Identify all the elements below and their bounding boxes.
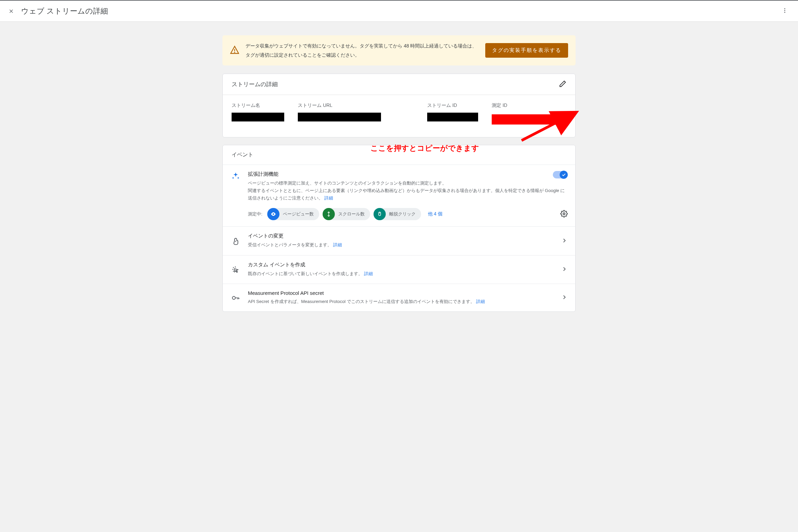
- warning-icon: [230, 45, 239, 56]
- svg-point-1: [784, 10, 785, 11]
- stream-name-label: ストリーム名: [232, 102, 284, 109]
- details-row: ストリーム名 ストリーム URL ストリーム ID 測定 ID: [223, 95, 575, 137]
- measurement-id-col: 測定 ID: [492, 102, 566, 126]
- stream-details-card: ストリームの詳細 ストリーム名 ストリーム URL ストリーム ID 測定 ID: [222, 74, 576, 137]
- custom-events-desc: 既存のイベントに基づいて新しいイベントを作成します。 詳細: [248, 270, 554, 278]
- svg-point-10: [563, 213, 565, 215]
- modify-events-link[interactable]: 詳細: [333, 242, 342, 247]
- custom-events-title: カスタム イベントを作成: [248, 262, 554, 268]
- modify-events-row[interactable]: イベントの変更 受信イベントとパラメータを変更します。 詳細: [223, 227, 575, 255]
- svg-point-0: [784, 8, 785, 9]
- em-desc2: 関連するイベントとともに、ページ上にある要素（リンクや埋め込み動画など）からもデ…: [248, 188, 565, 201]
- stream-name-value-redacted: [232, 113, 284, 121]
- stream-id-col: ストリーム ID: [427, 102, 478, 126]
- enhanced-measurement-toggle[interactable]: [553, 171, 568, 178]
- enhanced-measurement-title: 拡張計測機能: [248, 171, 568, 177]
- chevron-right-icon: [561, 237, 568, 245]
- custom-events-link[interactable]: 詳細: [364, 271, 373, 276]
- page-title: ウェブ ストリームの詳細: [21, 6, 108, 16]
- card-header: ストリームの詳細: [223, 74, 575, 95]
- chip-scroll-label: スクロール数: [338, 211, 365, 217]
- more-icon[interactable]: [780, 5, 790, 17]
- page-header: ウェブ ストリームの詳細: [0, 1, 798, 22]
- chip-outbound-label: 離脱クリック: [389, 211, 416, 217]
- stream-details-title: ストリームの詳細: [232, 80, 278, 88]
- close-icon[interactable]: [8, 8, 14, 14]
- mp-secret-desc-text: API Secret を作成すれば、Measurement Protocol で…: [248, 299, 475, 304]
- mouse-icon: [374, 208, 386, 220]
- chip-outbound: 離脱クリック: [374, 208, 421, 220]
- stream-id-label: ストリーム ID: [427, 102, 478, 109]
- key-icon: [230, 293, 241, 302]
- stream-name-col: ストリーム名: [232, 102, 284, 126]
- eye-icon: [267, 208, 279, 220]
- gear-icon[interactable]: [560, 210, 568, 218]
- svg-rect-5: [559, 119, 562, 121]
- events-header: イベント: [223, 145, 575, 165]
- cursor-click-icon: [230, 265, 241, 274]
- events-card: ここを押すとコピーができます イベント 拡張計測機能 ページビューの標準測定に加…: [222, 145, 576, 312]
- stream-url-label: ストリーム URL: [298, 102, 414, 109]
- modify-events-title: イベントの変更: [248, 233, 554, 239]
- chip-pageview-label: ページビュー数: [283, 211, 314, 217]
- measurement-id-value-redacted: [492, 114, 555, 125]
- mp-secret-title: Measurement Protocol API secret: [248, 290, 554, 296]
- mp-secret-row[interactable]: Measurement Protocol API secret API Secr…: [223, 284, 575, 311]
- stream-url-value-redacted: [298, 113, 381, 121]
- custom-events-row[interactable]: カスタム イベントを作成 既存のイベントに基づいて新しいイベントを作成します。 …: [223, 255, 575, 284]
- em-desc1: ページビューの標準測定に加え、サイトのコンテンツとのインタラクションを自動的に測…: [248, 180, 447, 186]
- chip-scroll: スクロール数: [323, 208, 370, 220]
- touch-icon: [230, 236, 241, 246]
- svg-point-4: [234, 52, 235, 53]
- content: データ収集がウェブサイトで有効になっていません。タグを実装してから 48 時間以…: [222, 35, 576, 312]
- alert-text: データ収集がウェブサイトで有効になっていません。タグを実装してから 48 時間以…: [246, 41, 479, 59]
- show-tag-instructions-button[interactable]: タグの実装手順を表示する: [485, 43, 568, 58]
- mp-secret-link[interactable]: 詳細: [476, 299, 485, 304]
- enhanced-measurement-row: 拡張計測機能 ページビューの標準測定に加え、サイトのコンテンツとのインタラクショ…: [223, 165, 575, 227]
- chevron-right-icon: [561, 294, 568, 302]
- enhanced-measurement-desc: ページビューの標準測定に加え、サイトのコンテンツとのインタラクションを自動的に測…: [248, 179, 568, 202]
- mp-secret-desc: API Secret を作成すれば、Measurement Protocol で…: [248, 298, 554, 305]
- measuring-label: 測定中:: [248, 211, 262, 217]
- copy-icon[interactable]: [553, 113, 566, 126]
- modify-events-desc-text: 受信イベントとパラメータを変更します。: [248, 242, 332, 247]
- sparkle-icon: [230, 171, 241, 180]
- stream-url-col: ストリーム URL: [298, 102, 414, 126]
- custom-events-desc-text: 既存のイベントに基づいて新しいイベントを作成します。: [248, 271, 363, 276]
- edit-icon[interactable]: [559, 80, 566, 89]
- svg-point-11: [232, 297, 235, 300]
- chevron-right-icon: [561, 266, 568, 273]
- alert-banner: データ収集がウェブサイトで有効になっていません。タグを実装してから 48 時間以…: [222, 35, 576, 65]
- plus-others-link[interactable]: 他 4 個: [424, 211, 446, 217]
- scroll-icon: [323, 208, 335, 220]
- events-title: イベント: [232, 152, 253, 157]
- stream-id-value-redacted: [427, 113, 478, 121]
- measuring-chips: 測定中: ページビュー数 スクロール数 離脱クリック 他 4 個: [248, 208, 568, 220]
- svg-point-2: [784, 12, 785, 13]
- modify-events-desc: 受信イベントとパラメータを変更します。 詳細: [248, 241, 554, 249]
- enhanced-measurement-detail-link[interactable]: 詳細: [324, 195, 333, 201]
- chip-pageview: ページビュー数: [267, 208, 319, 220]
- measurement-id-label: 測定 ID: [492, 102, 566, 109]
